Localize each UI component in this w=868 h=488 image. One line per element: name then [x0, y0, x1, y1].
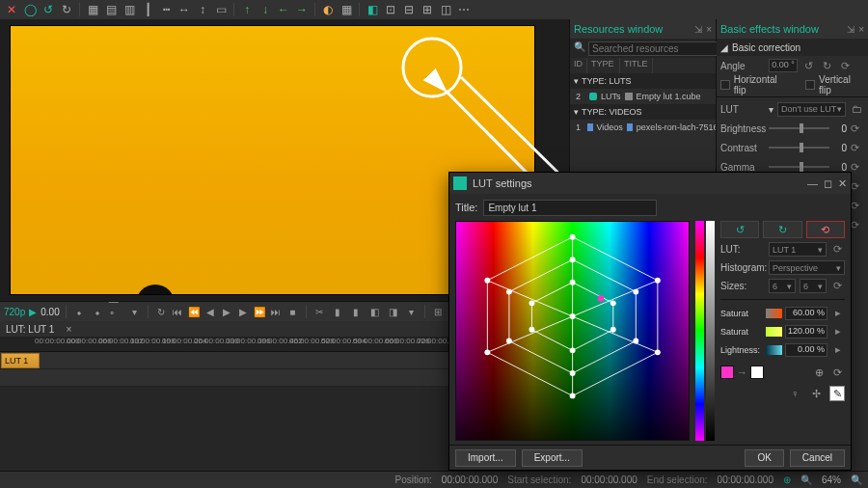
size-b-select[interactable]: 6▾ [800, 279, 827, 293]
marker-icon[interactable]: ⬥ [91, 305, 105, 319]
size-a-select[interactable]: 6▾ [769, 279, 796, 293]
lightness-slider[interactable] [766, 345, 782, 355]
bar-icon[interactable]: ┃ [140, 2, 155, 17]
hue-value[interactable]: 120.00 % [785, 325, 827, 339]
reset-icon[interactable]: ⟳ [851, 219, 864, 231]
arrow-left-icon[interactable]: ← [276, 2, 291, 17]
rotate-cw-icon[interactable]: ↻ [820, 59, 834, 73]
pin-icon[interactable]: ⇲ [847, 24, 854, 35]
align3-icon[interactable]: ⊟ [401, 2, 417, 17]
color-swatch[interactable] [720, 366, 734, 379]
pin-icon[interactable]: ⇲ [694, 24, 702, 35]
reset-icon[interactable]: ⟳ [851, 200, 864, 212]
cancel-button[interactable]: Cancel [790, 449, 845, 467]
close-icon[interactable]: ✕ [4, 2, 19, 17]
reset-icon[interactable]: ⟳ [851, 122, 864, 135]
angle-input[interactable]: 0.00 ° [769, 59, 798, 72]
close-icon[interactable]: × [858, 24, 864, 35]
search-input[interactable] [588, 41, 719, 56]
tab-close-icon[interactable]: × [66, 324, 71, 335]
timeline-clip[interactable]: LUT 1 [1, 353, 40, 368]
section-header[interactable]: ◢ Basic correction [717, 39, 868, 56]
resource-row[interactable]: 2 LUTs Empty lut 1.cube [570, 89, 716, 104]
split-icon[interactable]: ✂ [312, 305, 327, 319]
reset-icon[interactable]: ⟳ [851, 180, 864, 193]
ok-button[interactable]: OK [745, 449, 783, 467]
folder-icon[interactable]: 🗀 [850, 102, 864, 117]
redo-button[interactable]: ↻ [763, 221, 801, 238]
align4-icon[interactable]: ⊞ [420, 2, 435, 17]
close-icon[interactable]: × [706, 24, 712, 35]
play-icon[interactable]: ▶ [220, 305, 234, 319]
title-input[interactable] [483, 200, 657, 216]
marker-icon[interactable]: ♀ [787, 386, 802, 401]
stepper-icon[interactable]: ▸ [830, 324, 845, 339]
stepper-icon[interactable]: ▸ [830, 306, 845, 320]
histogram-select[interactable]: Perspective▾ [769, 260, 845, 275]
rotate-ccw-icon[interactable]: ↺ [801, 59, 816, 73]
search-icon[interactable]: 🔍 [574, 41, 585, 55]
brightness-slider[interactable] [769, 127, 829, 129]
more-icon[interactable]: ⋯ [456, 2, 472, 17]
reset-icon[interactable]: ⟳ [829, 365, 845, 380]
ffwd-icon[interactable]: ⏩ [253, 305, 267, 319]
loop-icon[interactable]: ↻ [154, 305, 169, 319]
step-back-icon[interactable]: ◀ [203, 305, 218, 319]
dash-icon[interactable]: ┅ [158, 2, 174, 17]
minimize-icon[interactable]: — [807, 177, 818, 190]
lut-dropdown[interactable]: Don't use LUT▾ [777, 102, 846, 117]
timeline-tab[interactable]: LUT: LUT 1 [0, 324, 60, 335]
stepper-icon[interactable]: ▸ [830, 342, 845, 357]
color-swatch[interactable] [750, 366, 764, 379]
maximize-icon[interactable]: ◻ [824, 177, 832, 190]
export-button[interactable]: Export... [522, 449, 583, 467]
step-fwd-icon[interactable]: ▶ [236, 305, 251, 319]
vflip-checkbox[interactable] [805, 80, 815, 90]
hsize-icon[interactable]: ↔ [176, 2, 192, 17]
saturation-slider[interactable] [766, 309, 782, 318]
reset-icon[interactable]: ⟳ [851, 142, 864, 154]
resource-group[interactable]: ▾ TYPE: VIDEOS [570, 104, 716, 120]
target-icon[interactable]: ⊕ [811, 365, 827, 380]
import-button[interactable]: Import... [455, 449, 516, 467]
marker-icon[interactable]: ⬥ [72, 305, 87, 319]
arrow-down-icon[interactable]: ↓ [258, 2, 273, 17]
sync-icon[interactable]: ⟳ [830, 242, 845, 257]
grid-icon[interactable]: ▦ [85, 2, 100, 17]
seek-icon[interactable]: —∘— [109, 305, 123, 319]
gamma-slider[interactable] [769, 166, 829, 168]
vsize-icon[interactable]: ↕ [195, 2, 210, 17]
stop-icon[interactable]: ■ [285, 305, 300, 319]
tool-icon[interactable]: ◧ [367, 305, 382, 319]
marker-icon[interactable]: ▮ [349, 305, 364, 319]
undo-button[interactable]: ↺ [720, 221, 759, 238]
align1-icon[interactable]: ◧ [365, 2, 380, 17]
layout1-icon[interactable]: ▤ [103, 2, 119, 17]
arrow-right-icon[interactable]: → [294, 2, 310, 17]
undo-icon[interactable]: ↺ [41, 2, 56, 17]
zoom-out-icon[interactable]: 🔍 [800, 474, 812, 485]
resource-group[interactable]: ▾ TYPE: LUTS [570, 73, 716, 89]
close-icon[interactable]: ✕ [838, 177, 847, 190]
skip-start-icon[interactable]: ⏮ [171, 305, 185, 319]
zoom-value[interactable]: 64% [822, 474, 841, 485]
dropdown-icon[interactable]: ▾ [404, 305, 419, 319]
hue-slider[interactable] [766, 327, 782, 337]
rewind-icon[interactable]: ⏪ [187, 305, 202, 319]
reset-icon[interactable]: ⟳ [838, 59, 852, 73]
contrast-slider[interactable] [769, 147, 829, 149]
saturation-value[interactable]: 60.00 % [785, 307, 827, 320]
zoom-in-icon[interactable]: 🔍 [851, 474, 862, 485]
tool-icon[interactable]: ◨ [386, 305, 400, 319]
resolution-badge[interactable]: 720p [4, 307, 25, 317]
add-icon[interactable]: ✢ [808, 386, 824, 401]
redo-icon[interactable]: ↻ [59, 2, 74, 17]
circle-icon[interactable]: ◯ [22, 2, 38, 17]
resource-row[interactable]: 1 Videos pexels-ron-lach-7516031.m [570, 120, 716, 135]
color-hexagon[interactable] [455, 221, 690, 441]
zoom-fit-icon[interactable]: ⊕ [783, 474, 791, 485]
arrow-up-icon[interactable]: ↑ [239, 2, 255, 17]
circle2-icon[interactable]: ◐ [320, 2, 336, 17]
reset-button[interactable]: ⟲ [806, 221, 845, 238]
grid2-icon[interactable]: ▦ [339, 2, 354, 17]
